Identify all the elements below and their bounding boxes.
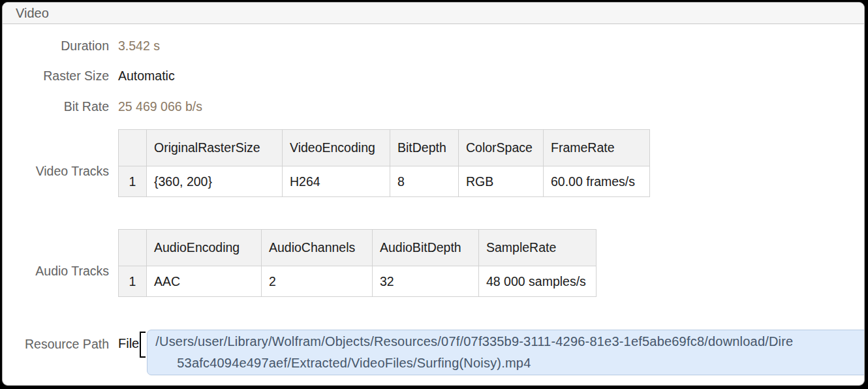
audio-tracks-header-index bbox=[119, 230, 147, 266]
resource-path-line-1: /Users/user/Library/Wolfram/Objects/Reso… bbox=[155, 331, 865, 352]
audio-tracks-header-row: AudioEncoding AudioChannels AudioBitDept… bbox=[119, 230, 597, 266]
audio-track-samplerate-cell: 48 000 samples/s bbox=[479, 266, 597, 297]
duration-row: Duration 3.542 s bbox=[3, 38, 864, 54]
video-track-colorspace-cell: RGB bbox=[459, 166, 544, 197]
audio-track-audiochannels-cell: 2 bbox=[262, 266, 373, 297]
resource-path-line-2: 53afc4094e497aef/Extracted/VideoFiles/Su… bbox=[155, 352, 865, 374]
audio-tracks-data-row: 1 AAC 2 32 48 000 samples/s bbox=[119, 266, 597, 297]
video-track-index-cell: 1 bbox=[119, 166, 147, 197]
video-tracks-table: OriginalRasterSize VideoEncoding BitDept… bbox=[118, 129, 650, 197]
resource-path-row: Resource Path File /Users/user/Library/W… bbox=[3, 330, 864, 375]
video-tracks-header-originalrastersize: OriginalRasterSize bbox=[147, 130, 283, 166]
raster-size-value: Automatic bbox=[118, 68, 175, 84]
video-track-originalrastersize-cell: {360, 200} bbox=[147, 166, 283, 197]
duration-label: Duration bbox=[3, 38, 109, 54]
video-tracks-row: Video Tracks OriginalRasterSize VideoEnc… bbox=[3, 129, 864, 197]
video-track-bitdepth-cell: 8 bbox=[390, 166, 459, 197]
video-tracks-header-colorspace: ColorSpace bbox=[459, 130, 544, 166]
open-bracket-glyph bbox=[140, 332, 146, 358]
raster-size-row: Raster Size Automatic bbox=[3, 68, 864, 84]
audio-tracks-row: Audio Tracks AudioEncoding AudioChannels… bbox=[3, 229, 864, 297]
audio-track-audiobitdepth-cell: 32 bbox=[373, 266, 479, 297]
audio-tracks-table: AudioEncoding AudioChannels AudioBitDept… bbox=[118, 229, 597, 297]
file-object-head: File bbox=[118, 330, 146, 358]
video-tracks-header-row: OriginalRasterSize VideoEncoding BitDept… bbox=[119, 130, 650, 166]
video-tracks-header-framerate: FrameRate bbox=[544, 130, 650, 166]
bit-rate-row: Bit Rate 25 469 066 b/s bbox=[3, 99, 864, 114]
video-tracks-header-videoencoding: VideoEncoding bbox=[283, 130, 390, 166]
audio-tracks-label: Audio Tracks bbox=[3, 263, 109, 297]
video-tracks-header-index bbox=[119, 130, 147, 166]
video-track-framerate-cell: 60.00 frames/s bbox=[544, 166, 650, 197]
video-tracks-header-bitdepth: BitDepth bbox=[390, 130, 459, 166]
resource-path-box[interactable]: /Users/user/Library/Wolfram/Objects/Reso… bbox=[147, 330, 865, 375]
audio-track-audioencoding-cell: AAC bbox=[147, 266, 262, 297]
video-track-videoencoding-cell: H264 bbox=[283, 166, 390, 197]
audio-tracks-header-audioencoding: AudioEncoding bbox=[147, 230, 262, 266]
video-properties-panel: Video Duration 3.542 s Raster Size Autom… bbox=[2, 2, 865, 386]
duration-value: 3.542 s bbox=[118, 38, 160, 54]
panel-header: Video bbox=[3, 3, 864, 24]
panel-title: Video bbox=[16, 6, 49, 21]
file-head-text: File bbox=[118, 330, 139, 358]
video-tracks-data-row: 1 {360, 200} H264 8 RGB 60.00 frames/s bbox=[119, 166, 650, 197]
audio-tracks-header-samplerate: SampleRate bbox=[479, 230, 597, 266]
audio-tracks-header-audiochannels: AudioChannels bbox=[262, 230, 373, 266]
audio-track-index-cell: 1 bbox=[119, 266, 147, 297]
video-tracks-label: Video Tracks bbox=[3, 163, 109, 197]
audio-tracks-header-audiobitdepth: AudioBitDepth bbox=[373, 230, 479, 266]
raster-size-label: Raster Size bbox=[3, 68, 109, 84]
bit-rate-value: 25 469 066 b/s bbox=[118, 99, 202, 114]
resource-path-label: Resource Path bbox=[3, 330, 109, 352]
bit-rate-label: Bit Rate bbox=[3, 99, 109, 114]
